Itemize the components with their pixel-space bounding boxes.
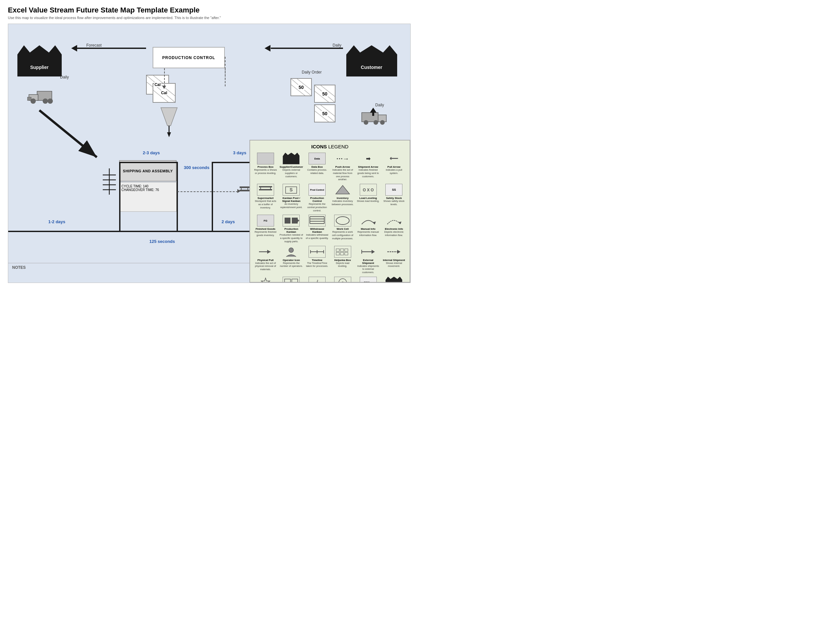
svg-rect-31 — [372, 113, 374, 116]
svg-point-29 — [380, 120, 385, 125]
legend-item-inventory: Inventory Indicates inventory between pr… — [330, 183, 355, 213]
cal-funnel — [159, 106, 179, 147]
legend-item-communication: Communication Different forms of communi… — [279, 276, 304, 283]
legend-item-heijunka: Heijunka Box Depicts load leveling. — [330, 245, 355, 275]
time-300s: 300 seconds — [184, 165, 209, 170]
kanban-box-3: 50 — [314, 104, 335, 122]
legend-item-work-cell: Work Cell Represents a work cell configu… — [330, 214, 355, 243]
svg-rect-46 — [285, 218, 290, 223]
svg-point-28 — [374, 120, 378, 125]
svg-marker-30 — [370, 108, 376, 113]
legend-panel: ICONS LEGEND Process Box Represents a Sh… — [249, 140, 410, 283]
svg-marker-2 — [346, 45, 397, 77]
legend-item-physical-pull: Physical Pull Indicates the act of physi… — [253, 245, 278, 275]
cal-label-front: Cal — [161, 90, 168, 95]
svg-point-60 — [289, 248, 294, 252]
legend-item-withdrawal-kanban: Withdrawal Kanban Indicates withdrawal o… — [305, 214, 329, 243]
svg-marker-48 — [297, 219, 299, 222]
right-daily-label: Daily — [333, 43, 341, 48]
timeline-step-up-1 — [119, 162, 120, 231]
timeline-main-bar — [8, 231, 271, 232]
days-2-3: 2-3 days — [143, 150, 160, 155]
legend-item-external-shipment: External Shipment Indicates shipments to… — [356, 245, 381, 275]
svg-marker-72 — [372, 250, 375, 254]
legend-item-shipment-arrow: ➡ Shipment Arrow Indicates finished good… — [356, 152, 381, 182]
legend-item-operator: Operator Icon Represents the number of o… — [279, 245, 304, 275]
svg-marker-92 — [161, 108, 177, 126]
supplier-conveyor — [27, 85, 57, 111]
legend-item-electronic-info: Electronic Info Depicts electronic infor… — [381, 214, 406, 243]
cal-label-back: Cal — [154, 82, 161, 87]
svg-rect-69 — [340, 252, 344, 255]
svg-marker-76 — [261, 278, 270, 283]
customer-delivery-daily: Daily — [375, 103, 384, 107]
legend-item-fifo-lane: FIFO→ FIFO Lane First In, First Out - ea… — [356, 276, 381, 283]
svg-marker-59 — [267, 250, 271, 254]
kanban-box-1: 50 — [290, 78, 312, 96]
legend-item-data-box: Data Data Box Contains process-related d… — [305, 152, 329, 182]
legend-item-pull-arrow: ⟵ Pull Arrow Indicates a pull system. — [381, 152, 406, 182]
legend-item-information: i Information Indicates information flow… — [305, 276, 329, 283]
supplier-factory: Supplier — [17, 40, 62, 77]
svg-rect-68 — [336, 252, 340, 255]
page-subtitle: Use this map to visualize the ideal proc… — [8, 16, 410, 20]
svg-rect-38 — [259, 186, 272, 187]
svg-point-27 — [364, 120, 368, 125]
notes-area: NOTES — [8, 263, 264, 283]
supermarket-icon — [238, 185, 251, 199]
svg-line-33 — [39, 110, 97, 157]
legend-item-prod-control: Prod Control Production Control Represen… — [305, 183, 329, 213]
svg-text:i: i — [316, 279, 318, 283]
push-dashed-line — [164, 68, 165, 86]
svg-text:Customer: Customer — [361, 65, 382, 70]
legend-item-supermarket: Supermarket Stockpoint that acts as a bu… — [253, 183, 278, 213]
customer-conveyor — [360, 108, 388, 132]
days-2: 2 days — [222, 219, 235, 224]
legend-item-load-leveling: O X O Load Leveling Shows load leveling. — [356, 183, 381, 213]
legend-item-quality-control: Q Quality Control each part leaves in th… — [330, 276, 355, 283]
time-125s: 125 seconds — [149, 239, 175, 244]
svg-marker-75 — [397, 250, 400, 254]
svg-rect-24 — [27, 97, 31, 100]
prod-control-dashed-right — [225, 68, 225, 86]
timeline-step-down-1 — [177, 162, 178, 231]
legend-item-manual-info: Manual Info Represents manual informatio… — [356, 214, 381, 243]
daily-order-label: Daily Order — [302, 70, 322, 74]
legend-item-prod-kanban: Production Kanban Production needed of a… — [279, 214, 304, 243]
svg-rect-77 — [285, 279, 290, 283]
legend-title: ICONS LEGEND — [253, 144, 406, 150]
svg-marker-0 — [17, 45, 62, 77]
legend-item-process-box: Process Box Represents a Shows or proces… — [253, 152, 278, 182]
inventory-lines-left — [100, 168, 119, 195]
notes-label: NOTES — [12, 265, 26, 270]
supplier-daily-label: Daily — [60, 75, 69, 79]
page-title: Excel Value Stream Future State Map Temp… — [8, 6, 410, 15]
customer-factory: Customer — [346, 40, 397, 77]
legend-item-internal-shipment: Internal Shipment Shows internal movemen… — [381, 245, 406, 275]
svg-text:O X O: O X O — [363, 188, 374, 192]
legend-item-push-arrow: ⋯→ Push Arrow Indicates the act of mater… — [330, 152, 355, 182]
kanban-box-2: 50 — [314, 85, 335, 103]
legend-item-kanban-post: S Kanban Post / Signal Kanban An invento… — [279, 183, 304, 213]
shipping-assembly-box: SHIPPING AND ASSEMBLY — [119, 160, 177, 182]
svg-point-55 — [336, 217, 349, 225]
svg-rect-70 — [345, 252, 348, 255]
dashed-horizontal — [177, 191, 238, 192]
svg-rect-78 — [292, 279, 298, 283]
svg-marker-94 — [167, 132, 171, 137]
forecast-arrow — [74, 48, 146, 49]
forecast-label: Forecast — [86, 43, 102, 48]
legend-item-safety-stock: SS Safety Stock Shows safety stock level… — [381, 183, 406, 213]
days-1-2: 1-2 days — [48, 219, 65, 224]
legend-item-customer-supplier-ext: Customer/Supplier (Extended) More detail… — [381, 276, 406, 283]
legend-item-timeline: Timeline The Timeline/Time taken for pro… — [305, 245, 329, 275]
svg-marker-44 — [336, 186, 350, 194]
customer-daily-arrow — [271, 48, 343, 49]
svg-text:Supplier: Supplier — [30, 65, 49, 70]
svg-rect-67 — [345, 249, 348, 251]
svg-point-23 — [48, 99, 53, 104]
push-dashed-arrowhead — [162, 85, 166, 89]
svg-rect-66 — [340, 249, 344, 251]
legend-item-finished-goods: FG Finished Goods Represents finished go… — [253, 214, 278, 243]
production-control-label: PRODUCTION CONTROL — [162, 56, 215, 60]
